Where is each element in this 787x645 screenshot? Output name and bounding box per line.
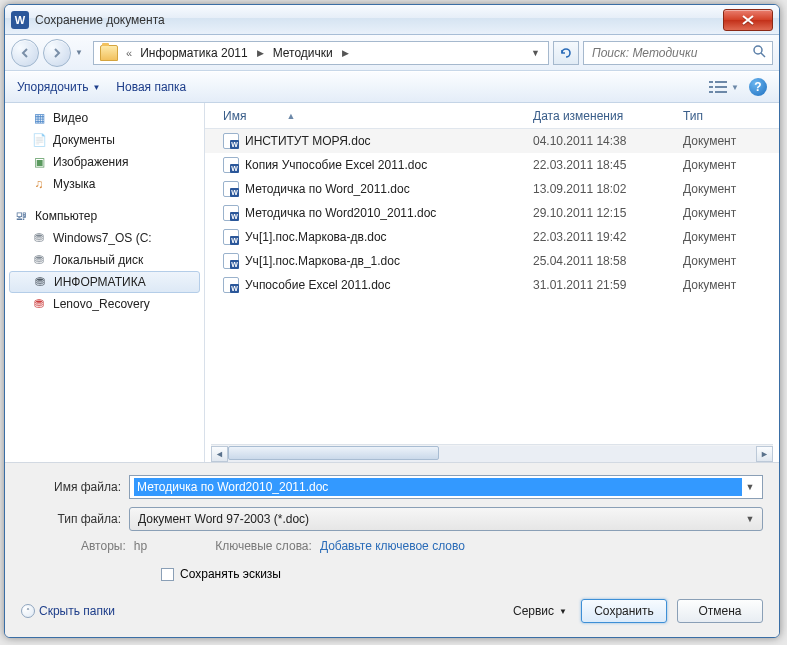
breadcrumb-chevrons[interactable]: « [124,47,134,59]
word-doc-icon [223,157,239,173]
svg-rect-7 [715,91,727,93]
chevron-down-icon: ▼ [731,83,739,92]
svg-rect-2 [709,81,713,83]
authors-label: Авторы: [81,539,126,553]
file-date-text: 29.10.2011 12:15 [533,206,683,220]
chevron-right-icon[interactable]: ▶ [339,48,352,58]
sidebar-item-local-disk[interactable]: ⛃ Локальный диск [5,249,204,271]
chevron-down-icon[interactable]: ▼ [742,482,758,492]
horizontal-scrollbar[interactable]: ◄ ► [211,444,773,462]
sidebar-label: Локальный диск [53,253,143,267]
tools-label: Сервис [513,604,554,618]
breadcrumb-part-2[interactable]: Методички [269,44,337,62]
video-icon: ▦ [31,110,47,126]
file-date-text: 04.10.2011 14:38 [533,134,683,148]
file-name-text: Методичка по Word_2011.doc [245,182,410,196]
scroll-left-button[interactable]: ◄ [211,446,228,462]
tools-menu[interactable]: Сервис ▼ [509,602,571,620]
sidebar-item-video[interactable]: ▦ Видео [5,107,204,129]
save-button[interactable]: Сохранить [581,599,667,623]
scroll-right-button[interactable]: ► [756,446,773,462]
view-mode-button[interactable]: ▼ [709,80,739,94]
file-row[interactable]: Уч[1].пос.Маркова-дв_1.doc25.04.2011 18:… [205,249,779,273]
thumbnails-checkbox[interactable] [161,568,174,581]
address-bar[interactable]: « Информатика 2011 ▶ Методички ▶ ▼ [93,41,549,65]
sidebar-label: Компьютер [35,209,97,223]
view-icon [709,80,727,94]
address-dropdown[interactable]: ▼ [525,48,546,58]
nav-row: ▼ « Информатика 2011 ▶ Методички ▶ ▼ [5,35,779,71]
file-date-text: 22.03.2011 19:42 [533,230,683,244]
chevron-right-icon[interactable]: ▶ [254,48,267,58]
arrow-right-icon [52,48,62,58]
file-date-text: 13.09.2011 18:02 [533,182,683,196]
new-folder-label: Новая папка [116,80,186,94]
sidebar-label: Lenovo_Recovery [53,297,150,311]
titlebar: W Сохранение документа [5,5,779,35]
close-button[interactable] [723,9,773,31]
svg-rect-6 [709,91,713,93]
breadcrumb-part-1[interactable]: Информатика 2011 [136,44,252,62]
keywords-value[interactable]: Добавьте ключевое слово [320,539,465,553]
file-name-text: Уч[1].пос.Маркова-дв_1.doc [245,254,400,268]
authors-value[interactable]: hp [134,539,147,553]
sidebar-item-informatika[interactable]: ⛃ ИНФОРМАТИКА [9,271,200,293]
drive-icon: ⛃ [31,252,47,268]
file-type-text: Документ [683,158,779,172]
svg-rect-5 [715,86,727,88]
filetype-row: Тип файла: Документ Word 97-2003 (*.doc)… [21,507,763,531]
column-header-date[interactable]: Дата изменения [533,109,683,123]
file-row[interactable]: ИНСТИТУТ МОРЯ.doc04.10.2011 14:38Докумен… [205,129,779,153]
chevron-down-icon[interactable]: ▼ [742,514,758,524]
column-headers: Имя ▲ Дата изменения Тип [205,103,779,129]
sidebar-item-lenovo-recovery[interactable]: ⛃ Lenovo_Recovery [5,293,204,315]
back-button[interactable] [11,39,39,67]
cancel-button[interactable]: Отмена [677,599,763,623]
word-doc-icon [223,253,239,269]
search-input[interactable] [590,45,749,61]
scroll-track[interactable] [228,446,756,462]
word-doc-icon [223,205,239,221]
hide-folders-button[interactable]: ˄ Скрыть папки [21,604,115,618]
sidebar-item-music[interactable]: ♫ Музыка [5,173,204,195]
scroll-thumb[interactable] [228,446,439,460]
search-box[interactable] [583,41,773,65]
chevron-down-icon: ▼ [559,607,567,616]
sidebar-item-images[interactable]: ▣ Изображения [5,151,204,173]
file-date-text: 22.03.2011 18:45 [533,158,683,172]
nav-history-dropdown[interactable]: ▼ [75,48,89,57]
svg-line-1 [761,53,765,57]
body: ▦ Видео 📄 Документы ▣ Изображения ♫ Музы… [5,103,779,462]
filename-input[interactable] [134,478,742,496]
chevron-up-icon: ˄ [21,604,35,618]
column-header-name[interactable]: Имя ▲ [223,109,533,123]
organize-menu[interactable]: Упорядочить ▼ [17,80,100,94]
filetype-combo[interactable]: Документ Word 97-2003 (*.doc) ▼ [129,507,763,531]
file-row[interactable]: Учпособие Excel 2011.doc31.01.2011 21:59… [205,273,779,297]
computer-icon: 🖳 [13,208,29,224]
sidebar-item-documents[interactable]: 📄 Документы [5,129,204,151]
file-row[interactable]: Методичка по Word2010_2011.doc29.10.2011… [205,201,779,225]
sidebar-label: ИНФОРМАТИКА [54,275,146,289]
word-app-icon: W [11,11,29,29]
thumbnails-label[interactable]: Сохранять эскизы [180,567,281,581]
filename-combo[interactable]: ▼ [129,475,763,499]
folder-icon [100,45,118,61]
help-button[interactable]: ? [749,78,767,96]
new-folder-button[interactable]: Новая папка [116,80,186,94]
sidebar-label: Музыка [53,177,95,191]
forward-button[interactable] [43,39,71,67]
file-row[interactable]: Методичка по Word_2011.doc13.09.2011 18:… [205,177,779,201]
form-area: Имя файла: ▼ Тип файла: Документ Word 97… [5,462,779,637]
sidebar-item-drive-c[interactable]: ⛃ Windows7_OS (C: [5,227,204,249]
file-name-text: Копия Учпособие Excel 2011.doc [245,158,427,172]
sidebar-item-computer[interactable]: 🖳 Компьютер [5,205,204,227]
column-header-type[interactable]: Тип [683,109,779,123]
svg-point-0 [754,46,762,54]
file-row[interactable]: Копия Учпособие Excel 2011.doc22.03.2011… [205,153,779,177]
file-name-text: ИНСТИТУТ МОРЯ.doc [245,134,371,148]
refresh-button[interactable] [553,41,579,65]
file-pane: Имя ▲ Дата изменения Тип ИНСТИТУТ МОРЯ.d… [205,103,779,462]
sidebar: ▦ Видео 📄 Документы ▣ Изображения ♫ Музы… [5,103,205,462]
file-row[interactable]: Уч[1].пос.Маркова-дв.doc22.03.2011 19:42… [205,225,779,249]
